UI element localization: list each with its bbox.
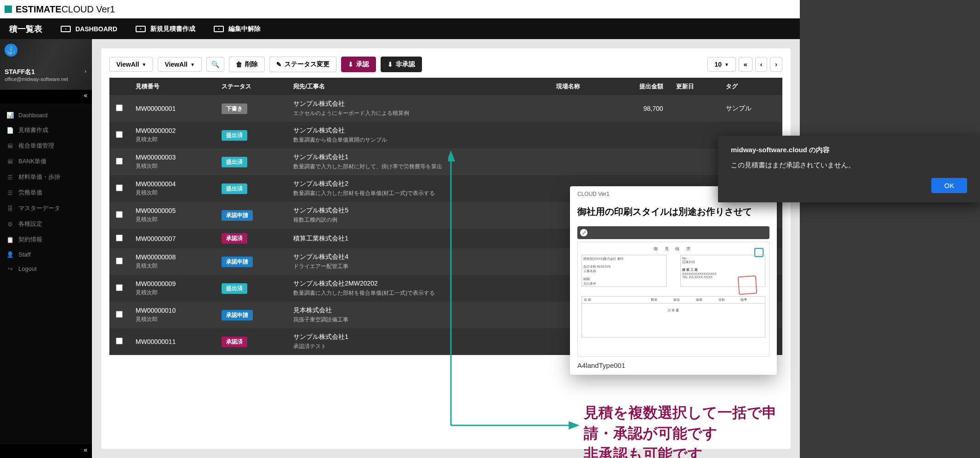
row-checkbox[interactable] <box>116 338 123 344</box>
cell-status: 承認申請 <box>215 248 287 275</box>
doc-heading: 御 見 積 書 <box>581 246 765 252</box>
vr-icon <box>214 26 224 32</box>
col-amount[interactable]: 提出金額 <box>610 78 669 95</box>
reject-button[interactable]: ⬇ 非承認 <box>381 57 422 72</box>
sidebar-item-3[interactable]: 🏛BANK単価 <box>0 154 92 169</box>
delete-button[interactable]: 🗑 削除 <box>229 57 265 72</box>
sidebar-item-0[interactable]: 📊Dashboard <box>0 108 92 122</box>
document-preview[interactable]: 御 見 積 書 開発部(XXXX)株式会社 御中合計金額 ¥234,578工事名… <box>577 242 769 357</box>
approve-button[interactable]: ⬇ 承認 <box>341 57 376 72</box>
cell-status: 下書き <box>215 95 287 122</box>
logo-icon <box>5 6 12 13</box>
dialog-ok-button[interactable]: OK <box>931 178 967 193</box>
sidebar-item-4[interactable]: ☰材料単価・歩掛 <box>0 169 92 185</box>
table-row[interactable]: MW00000001下書きサンプル株式会社エクセルのようにキーボード入力による積… <box>109 95 782 122</box>
col-site[interactable]: 現場名称 <box>550 78 610 95</box>
sidebar-item-9[interactable]: 👤Staff <box>0 247 92 262</box>
row-checkbox[interactable] <box>116 211 123 218</box>
status-change-button[interactable]: ✎ ステータス変更 <box>269 57 336 72</box>
row-checkbox[interactable] <box>116 131 123 138</box>
cell-site <box>550 95 610 122</box>
cell-dest: サンプル株式会社1承認済テスト <box>287 328 550 355</box>
topnav-new-estimate[interactable]: 新規見積書作成 <box>136 25 195 33</box>
sidebar-item-6[interactable]: 🗄マスターデータ <box>0 200 92 216</box>
cell-status: 承認申請 <box>215 202 287 229</box>
sidebar-item-7[interactable]: ⚙各種設定 <box>0 216 92 232</box>
menu-icon: ☰ <box>6 189 14 196</box>
anchor-icon: ⚓ <box>5 44 17 57</box>
cell-amount <box>610 122 669 149</box>
sidebar-item-label: Staff <box>18 251 31 258</box>
sidebar-item-10[interactable]: ↪Logout <box>0 262 92 276</box>
status-badge: 承認済 <box>222 233 247 244</box>
topnav-dashboard[interactable]: DASHBOARD <box>61 25 117 33</box>
cell-status: 承認済 <box>215 229 287 248</box>
col-dest[interactable]: 宛先/工事名 <box>287 78 550 95</box>
cell-number: MW00000008見積太郎 <box>129 248 215 275</box>
download-icon: ⬇ <box>387 61 393 68</box>
sidebar-item-2[interactable]: 🏛複合単価管理 <box>0 138 92 154</box>
viewall-2-dropdown[interactable]: ViewAll ▼ <box>158 57 201 72</box>
menu-icon: 📊 <box>6 112 14 119</box>
table-row[interactable]: MW00000003見積次郎提出済サンプル株式会社1数量調書で入力した部材に対し… <box>109 149 782 175</box>
overlay-title: 御社用の印刷スタイルは別途お作りさせて <box>570 202 777 223</box>
status-badge: 承認申請 <box>222 310 253 321</box>
page-prev-button[interactable]: ‹ <box>755 57 768 72</box>
topnav-unlock-edit[interactable]: 編集中解除 <box>214 25 261 33</box>
status-badge: 承認済 <box>222 337 247 347</box>
status-badge: 提出済 <box>222 130 247 141</box>
page-first-button[interactable]: « <box>739 57 752 72</box>
sidebar-hero[interactable]: ⚓ STAFF名1 office@midway-software.net › <box>0 39 92 90</box>
dialog-body: この見積書はまだ承認されていません。 <box>731 161 967 170</box>
cell-dest: サンプル株式会社エクセルのようにキーボード入力による積算例 <box>287 95 550 122</box>
cell-number: MW00000010見積次郎 <box>129 302 215 328</box>
search-icon: 🔍 <box>211 61 219 68</box>
table-row[interactable]: MW00000002見積太郎提出済サンプル株式会社数量調書から複合単価展開のサン… <box>109 122 782 149</box>
caret-down-icon: ▼ <box>724 62 729 67</box>
sidebar-item-1[interactable]: 📄見積書作成 <box>0 122 92 138</box>
cell-status: 承認申請 <box>215 302 287 328</box>
row-checkbox[interactable] <box>116 158 123 165</box>
viewall-1-dropdown[interactable]: ViewAll ▼ <box>109 57 153 72</box>
cell-number: MW00000003見積次郎 <box>129 149 215 175</box>
col-number[interactable]: 見積番号 <box>129 78 215 95</box>
sidebar-item-5[interactable]: ☰労務単価 <box>0 185 92 200</box>
search-button[interactable]: 🔍 <box>206 57 224 72</box>
row-checkbox[interactable] <box>116 184 123 191</box>
cell-status: 提出済 <box>215 175 287 202</box>
cell-status: 提出済 <box>215 275 287 302</box>
cell-dest: 積算工業株式会社1 <box>287 229 550 248</box>
status-badge: 提出済 <box>222 183 247 194</box>
chevron-right-icon: › <box>85 68 86 74</box>
row-checkbox[interactable] <box>116 235 123 241</box>
overlay-strip[interactable]: ⤢ <box>577 226 769 239</box>
cell-updated <box>670 149 720 175</box>
status-badge: 承認申請 <box>222 210 253 221</box>
cell-number: MW00000001 <box>129 95 215 122</box>
cell-dest: サンプル株式会社4ドライエアー配管工事 <box>287 248 550 275</box>
sidebar-item-label: 見積書作成 <box>18 126 48 134</box>
col-status[interactable]: ステータス <box>215 78 287 95</box>
menu-icon: 👤 <box>6 251 14 258</box>
cell-dest: 見本株式会社我孫子東空調設備工事 <box>287 302 550 328</box>
sidebar-item-label: 労務単価 <box>18 189 42 197</box>
sidebar-collapse-bottom[interactable]: « <box>0 444 92 458</box>
status-badge: 承認申請 <box>222 257 253 267</box>
sidebar-item-label: Logout <box>18 265 37 272</box>
status-badge: 提出済 <box>222 283 247 294</box>
col-updated[interactable]: 更新日 <box>670 78 720 95</box>
sidebar-collapse[interactable]: « <box>0 90 92 103</box>
sidebar-item-8[interactable]: 📋契約情報 <box>0 232 92 247</box>
menu-icon: 📄 <box>6 127 14 134</box>
row-checkbox[interactable] <box>116 284 123 291</box>
page-size-dropdown[interactable]: 10 ▼ <box>707 57 735 72</box>
cell-dest: サンプル株式会社数量調書から複合単価展開のサンプル <box>287 122 550 149</box>
row-checkbox[interactable] <box>116 311 123 318</box>
col-tag[interactable]: タグ <box>719 78 782 95</box>
page-title: 積一覧表 <box>9 23 42 34</box>
row-checkbox[interactable] <box>116 258 123 264</box>
page-next-button[interactable]: › <box>770 57 782 72</box>
row-checkbox[interactable] <box>116 104 123 111</box>
dialog-title: midway-software.cloud の内容 <box>731 146 967 155</box>
menu-icon: 📋 <box>6 236 14 243</box>
